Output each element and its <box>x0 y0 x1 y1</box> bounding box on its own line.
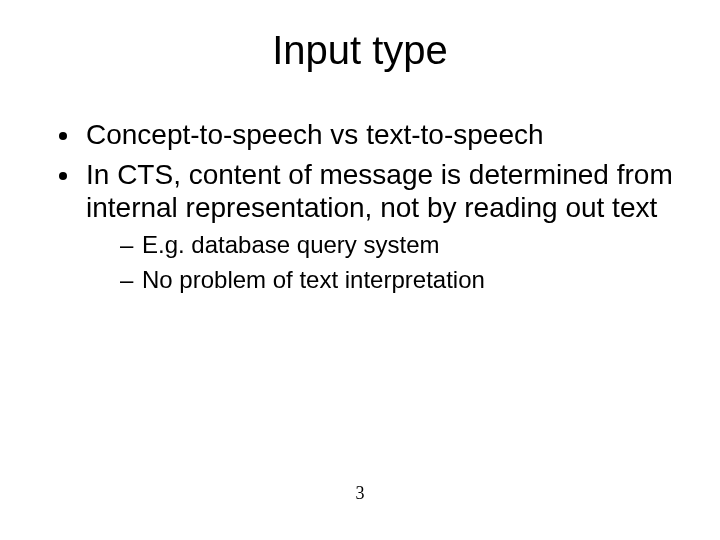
list-item-text: No problem of text interpretation <box>142 266 485 293</box>
slide: Input type Concept-to-speech vs text-to-… <box>0 0 720 540</box>
list-item-text: Concept-to-speech vs text-to-speech <box>86 119 544 150</box>
page-number: 3 <box>0 483 720 504</box>
list-item: No problem of text interpretation <box>120 266 680 295</box>
list-item: In CTS, content of message is determined… <box>82 158 680 295</box>
bullet-list: Concept-to-speech vs text-to-speech In C… <box>54 118 680 294</box>
sub-list: E.g. database query system No problem of… <box>86 231 680 295</box>
slide-body: Concept-to-speech vs text-to-speech In C… <box>54 118 680 300</box>
list-item-text: E.g. database query system <box>142 231 440 258</box>
list-item-text: In CTS, content of message is determined… <box>86 159 673 224</box>
slide-title: Input type <box>0 28 720 73</box>
list-item: E.g. database query system <box>120 231 680 260</box>
list-item: Concept-to-speech vs text-to-speech <box>82 118 680 152</box>
